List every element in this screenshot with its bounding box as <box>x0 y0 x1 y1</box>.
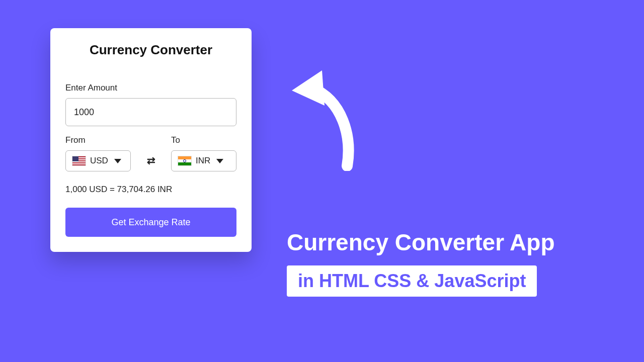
card-title: Currency Converter <box>65 42 236 58</box>
chevron-down-icon <box>114 159 121 163</box>
to-label: To <box>171 135 236 145</box>
amount-input[interactable] <box>65 98 236 126</box>
get-rate-button[interactable]: Get Exchange Rate <box>65 208 236 237</box>
hero-subtitle: in HTML CSS & JavaScript <box>287 265 537 297</box>
to-currency-code: INR <box>196 156 210 166</box>
curved-arrow-icon <box>287 60 372 171</box>
from-column: From USD <box>65 135 131 171</box>
amount-label: Enter Amount <box>65 83 236 93</box>
from-currency-code: USD <box>90 156 108 166</box>
chevron-down-icon <box>216 159 223 163</box>
currency-row: From USD ⇄ To INR <box>65 135 236 171</box>
exchange-result: 1,000 USD = 73,704.26 INR <box>65 185 236 195</box>
hero-title: Currency Converter App <box>287 229 555 256</box>
from-label: From <box>65 135 131 145</box>
to-currency-select[interactable]: INR <box>171 150 236 171</box>
swap-button[interactable]: ⇄ <box>145 154 157 171</box>
from-currency-select[interactable]: USD <box>65 150 131 171</box>
us-flag-icon <box>72 156 86 166</box>
in-flag-icon <box>178 156 192 166</box>
converter-card: Currency Converter Enter Amount From USD… <box>50 28 252 252</box>
to-column: To INR <box>171 135 236 171</box>
